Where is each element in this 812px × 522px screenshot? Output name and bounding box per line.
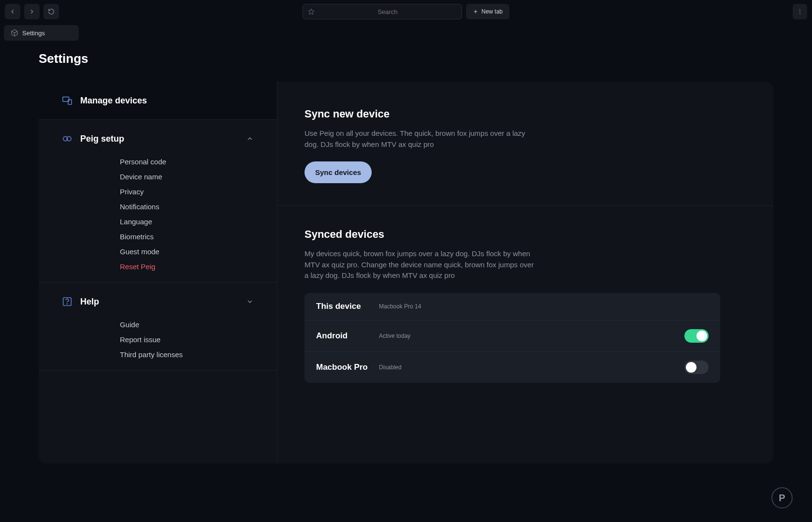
back-button[interactable] <box>5 4 20 19</box>
device-row-macbook-pro: Macbook Pro Disabled <box>304 352 720 383</box>
device-meta: Disabled <box>379 364 402 371</box>
sync-new-title: Sync new device <box>304 108 737 120</box>
svg-point-3 <box>799 9 800 10</box>
tab-label: Settings <box>22 29 45 37</box>
search-input[interactable] <box>319 8 457 15</box>
device-row-android: Android Active today <box>304 320 720 352</box>
sidebar-item-label: Manage devices <box>80 96 254 106</box>
chevron-right-icon <box>29 8 35 15</box>
forward-button[interactable] <box>24 4 40 19</box>
svg-marker-0 <box>308 9 314 14</box>
tab-settings[interactable]: Settings <box>4 25 79 41</box>
sidebar-item-label: Help <box>80 297 238 307</box>
sidebar-subitem-reset-peig[interactable]: Reset Peig <box>120 262 254 271</box>
reload-button[interactable] <box>44 4 59 19</box>
svg-point-5 <box>799 13 800 14</box>
sidebar-item-peig-setup[interactable]: Peig setup <box>39 120 277 158</box>
synced-devices-description: My devices quick, brown fox jumps over a… <box>304 248 536 281</box>
sidebar-subitem-notifications[interactable]: Notifications <box>120 203 254 211</box>
search-box[interactable] <box>303 4 462 19</box>
chevron-left-icon <box>9 8 16 15</box>
sidebar-subitem-privacy[interactable]: Privacy <box>120 188 254 196</box>
sidebar-subitem-guide[interactable]: Guide <box>120 320 254 329</box>
divider <box>277 205 773 206</box>
svg-point-4 <box>799 11 800 12</box>
device-meta: Macbook Pro 14 <box>379 303 421 310</box>
more-vertical-icon <box>797 8 803 15</box>
device-name: This device <box>316 302 379 311</box>
sidebar-subitem-language[interactable]: Language <box>120 218 254 226</box>
sidebar-item-manage-devices[interactable]: Manage devices <box>39 82 277 119</box>
device-toggle-android[interactable] <box>684 329 709 343</box>
synced-devices-title: Synced devices <box>304 228 737 241</box>
device-row-this: This device Macbook Pro 14 <box>304 293 720 320</box>
reload-icon <box>48 8 55 15</box>
device-toggle-macbook[interactable] <box>684 361 709 374</box>
sidebar-subitem-device-name[interactable]: Device name <box>120 173 254 181</box>
svg-point-12 <box>67 304 68 304</box>
toggle-knob <box>696 331 707 341</box>
device-name: Macbook Pro <box>316 362 379 372</box>
link-icon <box>62 133 72 144</box>
sync-new-description: Use Peig on all your devices. The quick,… <box>304 128 536 150</box>
more-button[interactable] <box>793 4 807 19</box>
new-tab-button[interactable]: New tab <box>466 4 509 19</box>
fab-glyph: P <box>779 493 785 504</box>
plus-icon <box>473 9 478 14</box>
sidebar-item-label: Peig setup <box>80 134 238 144</box>
devices-icon <box>62 95 72 106</box>
help-icon <box>62 296 72 307</box>
sidebar-subitem-biometrics[interactable]: Biometrics <box>120 232 254 241</box>
chevron-down-icon <box>246 298 254 305</box>
box-icon <box>11 29 18 37</box>
sidebar-subitem-personal-code[interactable]: Personal code <box>120 158 254 166</box>
sidebar-subitem-guest-mode[interactable]: Guest mode <box>120 247 254 256</box>
star-icon <box>308 8 315 15</box>
device-list: This device Macbook Pro 14 Android Activ… <box>304 293 720 383</box>
sync-devices-button[interactable]: Sync devices <box>304 161 372 183</box>
new-tab-label: New tab <box>481 8 503 15</box>
page-title: Settings <box>39 51 773 66</box>
fab-button[interactable]: P <box>771 487 793 508</box>
chevron-up-icon <box>246 135 254 143</box>
toggle-knob <box>686 362 696 373</box>
device-meta: Active today <box>379 333 410 339</box>
sidebar-subitem-report-issue[interactable]: Report issue <box>120 335 254 344</box>
sidebar-subitem-licenses[interactable]: Third party licenses <box>120 350 254 359</box>
device-name: Android <box>316 331 379 341</box>
sidebar-item-help[interactable]: Help <box>39 283 277 320</box>
